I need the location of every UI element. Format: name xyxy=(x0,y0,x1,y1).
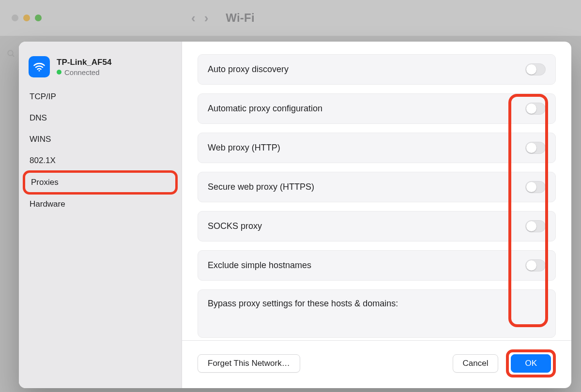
network-status: Connected xyxy=(57,68,111,76)
status-dot-icon xyxy=(57,70,61,75)
label-bypass-hosts: Bypass proxy settings for these hosts & … xyxy=(208,299,398,309)
label-automatic-proxy-config: Automatic proxy configuration xyxy=(208,104,322,114)
forget-network-button[interactable]: Forget This Network… xyxy=(198,354,300,373)
row-automatic-proxy-config: Automatic proxy configuration xyxy=(198,93,556,124)
sheet-footer: Forget This Network… Cancel OK xyxy=(182,340,571,388)
annotation-ok-highlight: OK xyxy=(506,349,556,377)
sidebar-item-dns[interactable]: DNS xyxy=(25,107,176,129)
cancel-button[interactable]: Cancel xyxy=(453,354,499,373)
toggle-exclude-simple-hostnames[interactable] xyxy=(525,259,546,271)
label-auto-proxy-discovery: Auto proxy discovery xyxy=(208,64,289,75)
toggle-web-proxy-http[interactable] xyxy=(525,142,546,154)
sidebar-item-proxies[interactable]: Proxies xyxy=(23,170,178,195)
toggle-automatic-proxy-config[interactable] xyxy=(525,103,546,115)
network-name: TP-Link_AF54 xyxy=(57,58,111,67)
row-web-proxy-http: Web proxy (HTTP) xyxy=(198,133,556,163)
settings-scroll[interactable]: Auto proxy discovery Automatic proxy con… xyxy=(182,42,571,340)
status-label: Connected xyxy=(64,68,100,76)
label-socks-proxy: SOCKS proxy xyxy=(208,221,262,231)
sidebar-item-tcpip[interactable]: TCP/IP xyxy=(25,86,176,107)
network-header: TP-Link_AF54 Connected xyxy=(25,53,176,86)
network-details-sheet: TP-Link_AF54 Connected TCP/IP DNS WINS 8… xyxy=(19,42,571,388)
sheet-sidebar: TP-Link_AF54 Connected TCP/IP DNS WINS 8… xyxy=(19,42,182,388)
toggle-secure-web-proxy-https[interactable] xyxy=(525,181,546,193)
sidebar-item-hardware[interactable]: Hardware xyxy=(25,194,176,215)
ok-button[interactable]: OK xyxy=(511,354,551,373)
row-exclude-simple-hostnames: Exclude simple hostnames xyxy=(198,250,556,281)
label-exclude-simple-hostnames: Exclude simple hostnames xyxy=(208,260,311,271)
label-web-proxy-http: Web proxy (HTTP) xyxy=(208,143,280,153)
toggle-socks-proxy[interactable] xyxy=(525,220,546,232)
row-bypass-hosts[interactable]: Bypass proxy settings for these hosts & … xyxy=(198,289,556,338)
wifi-icon xyxy=(29,56,50,77)
sidebar-item-8021x[interactable]: 802.1X xyxy=(25,150,176,171)
row-auto-proxy-discovery: Auto proxy discovery xyxy=(198,54,556,85)
sidebar-item-wins[interactable]: WINS xyxy=(25,129,176,150)
label-secure-web-proxy-https: Secure web proxy (HTTPS) xyxy=(208,182,314,192)
sheet-content: Auto proxy discovery Automatic proxy con… xyxy=(182,42,571,388)
row-socks-proxy: SOCKS proxy xyxy=(198,211,556,241)
toggle-auto-proxy-discovery[interactable] xyxy=(525,63,546,75)
svg-point-2 xyxy=(39,70,40,72)
row-secure-web-proxy-https: Secure web proxy (HTTPS) xyxy=(198,172,556,202)
